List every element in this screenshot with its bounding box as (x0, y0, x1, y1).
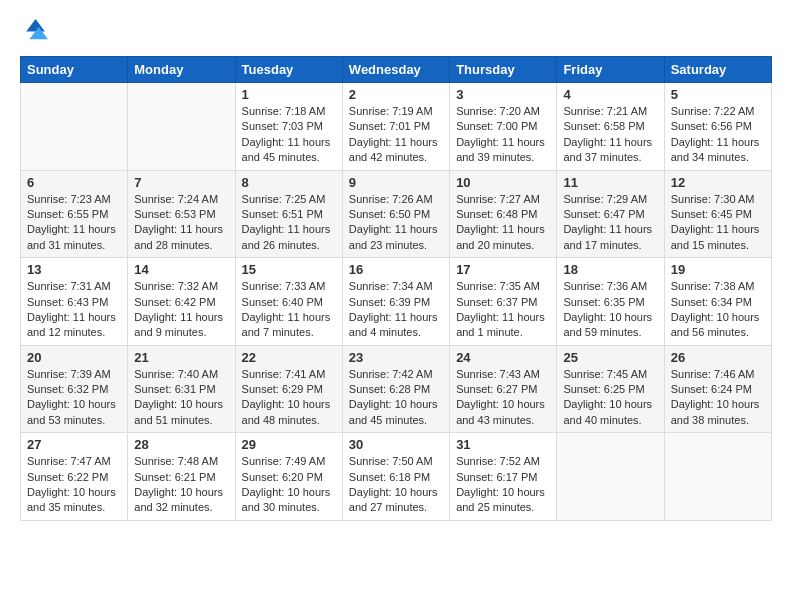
calendar-cell: 2Sunrise: 7:19 AM Sunset: 7:01 PM Daylig… (342, 83, 449, 171)
day-number: 27 (27, 437, 121, 452)
calendar-cell: 13Sunrise: 7:31 AM Sunset: 6:43 PM Dayli… (21, 258, 128, 346)
logo (20, 16, 52, 44)
calendar-cell: 31Sunrise: 7:52 AM Sunset: 6:17 PM Dayli… (450, 433, 557, 521)
day-number: 22 (242, 350, 336, 365)
day-info: Sunrise: 7:27 AM Sunset: 6:48 PM Dayligh… (456, 192, 550, 254)
calendar-header-monday: Monday (128, 57, 235, 83)
day-info: Sunrise: 7:50 AM Sunset: 6:18 PM Dayligh… (349, 454, 443, 516)
day-info: Sunrise: 7:41 AM Sunset: 6:29 PM Dayligh… (242, 367, 336, 429)
calendar-header-wednesday: Wednesday (342, 57, 449, 83)
calendar-cell: 19Sunrise: 7:38 AM Sunset: 6:34 PM Dayli… (664, 258, 771, 346)
calendar-cell: 22Sunrise: 7:41 AM Sunset: 6:29 PM Dayli… (235, 345, 342, 433)
day-number: 14 (134, 262, 228, 277)
day-info: Sunrise: 7:49 AM Sunset: 6:20 PM Dayligh… (242, 454, 336, 516)
day-number: 9 (349, 175, 443, 190)
calendar-header-saturday: Saturday (664, 57, 771, 83)
day-number: 29 (242, 437, 336, 452)
day-number: 23 (349, 350, 443, 365)
calendar-cell (21, 83, 128, 171)
day-number: 17 (456, 262, 550, 277)
calendar-cell: 9Sunrise: 7:26 AM Sunset: 6:50 PM Daylig… (342, 170, 449, 258)
day-info: Sunrise: 7:19 AM Sunset: 7:01 PM Dayligh… (349, 104, 443, 166)
day-info: Sunrise: 7:33 AM Sunset: 6:40 PM Dayligh… (242, 279, 336, 341)
calendar-week-0: 1Sunrise: 7:18 AM Sunset: 7:03 PM Daylig… (21, 83, 772, 171)
day-info: Sunrise: 7:48 AM Sunset: 6:21 PM Dayligh… (134, 454, 228, 516)
day-number: 21 (134, 350, 228, 365)
calendar-week-4: 27Sunrise: 7:47 AM Sunset: 6:22 PM Dayli… (21, 433, 772, 521)
day-number: 25 (563, 350, 657, 365)
day-info: Sunrise: 7:21 AM Sunset: 6:58 PM Dayligh… (563, 104, 657, 166)
calendar-cell: 3Sunrise: 7:20 AM Sunset: 7:00 PM Daylig… (450, 83, 557, 171)
calendar-cell: 8Sunrise: 7:25 AM Sunset: 6:51 PM Daylig… (235, 170, 342, 258)
day-info: Sunrise: 7:39 AM Sunset: 6:32 PM Dayligh… (27, 367, 121, 429)
day-number: 1 (242, 87, 336, 102)
calendar-cell: 23Sunrise: 7:42 AM Sunset: 6:28 PM Dayli… (342, 345, 449, 433)
calendar-cell: 1Sunrise: 7:18 AM Sunset: 7:03 PM Daylig… (235, 83, 342, 171)
page: SundayMondayTuesdayWednesdayThursdayFrid… (0, 0, 792, 537)
day-info: Sunrise: 7:52 AM Sunset: 6:17 PM Dayligh… (456, 454, 550, 516)
logo-icon (20, 16, 48, 44)
day-info: Sunrise: 7:31 AM Sunset: 6:43 PM Dayligh… (27, 279, 121, 341)
calendar-header-thursday: Thursday (450, 57, 557, 83)
day-number: 24 (456, 350, 550, 365)
day-info: Sunrise: 7:29 AM Sunset: 6:47 PM Dayligh… (563, 192, 657, 254)
day-number: 6 (27, 175, 121, 190)
calendar-cell: 24Sunrise: 7:43 AM Sunset: 6:27 PM Dayli… (450, 345, 557, 433)
calendar-cell: 26Sunrise: 7:46 AM Sunset: 6:24 PM Dayli… (664, 345, 771, 433)
day-number: 31 (456, 437, 550, 452)
calendar-cell: 25Sunrise: 7:45 AM Sunset: 6:25 PM Dayli… (557, 345, 664, 433)
calendar-cell: 6Sunrise: 7:23 AM Sunset: 6:55 PM Daylig… (21, 170, 128, 258)
day-info: Sunrise: 7:36 AM Sunset: 6:35 PM Dayligh… (563, 279, 657, 341)
day-info: Sunrise: 7:32 AM Sunset: 6:42 PM Dayligh… (134, 279, 228, 341)
calendar-cell (128, 83, 235, 171)
day-number: 19 (671, 262, 765, 277)
calendar-cell (664, 433, 771, 521)
day-info: Sunrise: 7:45 AM Sunset: 6:25 PM Dayligh… (563, 367, 657, 429)
calendar-cell: 12Sunrise: 7:30 AM Sunset: 6:45 PM Dayli… (664, 170, 771, 258)
day-number: 16 (349, 262, 443, 277)
day-info: Sunrise: 7:22 AM Sunset: 6:56 PM Dayligh… (671, 104, 765, 166)
day-number: 5 (671, 87, 765, 102)
calendar-cell: 30Sunrise: 7:50 AM Sunset: 6:18 PM Dayli… (342, 433, 449, 521)
calendar-header-tuesday: Tuesday (235, 57, 342, 83)
calendar-week-3: 20Sunrise: 7:39 AM Sunset: 6:32 PM Dayli… (21, 345, 772, 433)
calendar-week-2: 13Sunrise: 7:31 AM Sunset: 6:43 PM Dayli… (21, 258, 772, 346)
calendar-cell: 29Sunrise: 7:49 AM Sunset: 6:20 PM Dayli… (235, 433, 342, 521)
calendar-cell: 11Sunrise: 7:29 AM Sunset: 6:47 PM Dayli… (557, 170, 664, 258)
day-info: Sunrise: 7:38 AM Sunset: 6:34 PM Dayligh… (671, 279, 765, 341)
calendar-cell: 17Sunrise: 7:35 AM Sunset: 6:37 PM Dayli… (450, 258, 557, 346)
calendar-cell: 20Sunrise: 7:39 AM Sunset: 6:32 PM Dayli… (21, 345, 128, 433)
day-info: Sunrise: 7:25 AM Sunset: 6:51 PM Dayligh… (242, 192, 336, 254)
calendar-header-row: SundayMondayTuesdayWednesdayThursdayFrid… (21, 57, 772, 83)
day-number: 13 (27, 262, 121, 277)
day-info: Sunrise: 7:35 AM Sunset: 6:37 PM Dayligh… (456, 279, 550, 341)
day-info: Sunrise: 7:23 AM Sunset: 6:55 PM Dayligh… (27, 192, 121, 254)
day-number: 11 (563, 175, 657, 190)
day-number: 4 (563, 87, 657, 102)
day-info: Sunrise: 7:42 AM Sunset: 6:28 PM Dayligh… (349, 367, 443, 429)
calendar-cell: 7Sunrise: 7:24 AM Sunset: 6:53 PM Daylig… (128, 170, 235, 258)
day-number: 15 (242, 262, 336, 277)
calendar-header-friday: Friday (557, 57, 664, 83)
day-info: Sunrise: 7:26 AM Sunset: 6:50 PM Dayligh… (349, 192, 443, 254)
day-number: 8 (242, 175, 336, 190)
day-number: 18 (563, 262, 657, 277)
calendar-cell: 5Sunrise: 7:22 AM Sunset: 6:56 PM Daylig… (664, 83, 771, 171)
day-number: 10 (456, 175, 550, 190)
day-info: Sunrise: 7:43 AM Sunset: 6:27 PM Dayligh… (456, 367, 550, 429)
calendar-cell: 10Sunrise: 7:27 AM Sunset: 6:48 PM Dayli… (450, 170, 557, 258)
day-number: 12 (671, 175, 765, 190)
day-info: Sunrise: 7:24 AM Sunset: 6:53 PM Dayligh… (134, 192, 228, 254)
calendar-cell: 16Sunrise: 7:34 AM Sunset: 6:39 PM Dayli… (342, 258, 449, 346)
day-info: Sunrise: 7:18 AM Sunset: 7:03 PM Dayligh… (242, 104, 336, 166)
calendar-cell: 27Sunrise: 7:47 AM Sunset: 6:22 PM Dayli… (21, 433, 128, 521)
svg-marker-0 (26, 19, 45, 31)
calendar-cell: 14Sunrise: 7:32 AM Sunset: 6:42 PM Dayli… (128, 258, 235, 346)
calendar-cell: 18Sunrise: 7:36 AM Sunset: 6:35 PM Dayli… (557, 258, 664, 346)
day-number: 26 (671, 350, 765, 365)
day-number: 28 (134, 437, 228, 452)
calendar-cell: 21Sunrise: 7:40 AM Sunset: 6:31 PM Dayli… (128, 345, 235, 433)
calendar-cell (557, 433, 664, 521)
day-info: Sunrise: 7:20 AM Sunset: 7:00 PM Dayligh… (456, 104, 550, 166)
day-info: Sunrise: 7:47 AM Sunset: 6:22 PM Dayligh… (27, 454, 121, 516)
